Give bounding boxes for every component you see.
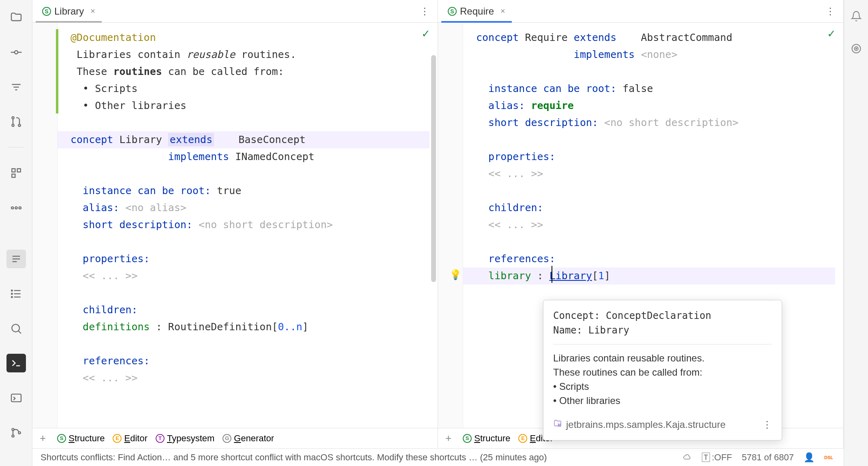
gutter bbox=[32, 23, 58, 428]
commit-icon[interactable] bbox=[6, 43, 26, 62]
editor-pane-left: S Library × ⋮ ✓ @Documentation Libraries… bbox=[32, 0, 438, 448]
popup-footer: M jetbrains.mps.samples.Kaja.structure ⋮ bbox=[553, 417, 772, 432]
add-aspect-button[interactable]: + bbox=[442, 432, 455, 445]
svg-point-23 bbox=[11, 296, 13, 297]
svg-rect-10 bbox=[17, 169, 20, 172]
tab-title: Library bbox=[54, 6, 84, 17]
tab-title: Require bbox=[460, 6, 494, 17]
concept-s-icon: S bbox=[42, 7, 51, 16]
documentation-popup: Concept: ConceptDeclaration Name: Librar… bbox=[543, 300, 782, 440]
library-reference-link[interactable]: Library bbox=[549, 270, 592, 282]
status-toff[interactable]: T:OFF bbox=[699, 451, 735, 464]
popup-body: Libraries contain reusable routines. The… bbox=[553, 351, 772, 408]
svg-text:M: M bbox=[558, 423, 561, 427]
pull-requests-icon[interactable] bbox=[6, 112, 26, 131]
gutter bbox=[438, 23, 463, 428]
aspect-generator[interactable]: GGenerator bbox=[222, 433, 274, 444]
svg-line-25 bbox=[18, 331, 21, 333]
separator bbox=[8, 147, 24, 147]
svg-point-12 bbox=[11, 207, 13, 209]
status-user-icon[interactable]: 👤 bbox=[801, 451, 817, 464]
svg-point-6 bbox=[12, 117, 14, 119]
svg-point-30 bbox=[18, 432, 20, 434]
tab-bar-left: S Library × ⋮ bbox=[32, 0, 438, 23]
search-icon[interactable] bbox=[6, 319, 26, 338]
tab-more-icon[interactable]: ⋮ bbox=[415, 6, 434, 17]
svg-point-13 bbox=[15, 207, 17, 209]
close-icon[interactable]: × bbox=[90, 6, 95, 16]
filter-icon[interactable] bbox=[6, 78, 26, 96]
svg-point-24 bbox=[12, 324, 19, 332]
tab-bar-right: S Require × ⋮ bbox=[438, 0, 843, 23]
svg-rect-27 bbox=[11, 394, 21, 402]
code-area[interactable]: @Documentation Libraries contain reusabl… bbox=[58, 23, 438, 428]
console-icon[interactable] bbox=[6, 389, 26, 407]
svg-rect-11 bbox=[12, 174, 15, 177]
aspect-editor[interactable]: EEditor bbox=[113, 433, 147, 444]
svg-point-0 bbox=[15, 51, 18, 54]
popup-location[interactable]: jetbrains.mps.samples.Kaja.structure bbox=[566, 417, 726, 432]
aspect-typesystem[interactable]: TTypesystem bbox=[156, 433, 214, 444]
svg-point-21 bbox=[11, 290, 13, 291]
status-message[interactable]: Shortcuts conflicts: Find Action… and 5 … bbox=[41, 452, 547, 463]
structure-icon[interactable] bbox=[6, 164, 26, 182]
svg-rect-9 bbox=[12, 169, 15, 172]
aspect-structure[interactable]: SStructure bbox=[57, 433, 105, 444]
git-icon[interactable] bbox=[6, 423, 26, 442]
intention-bulb-icon[interactable]: 💡 bbox=[449, 269, 462, 280]
aspect-structure[interactable]: SStructure bbox=[463, 433, 510, 444]
tab-more-icon[interactable]: ⋮ bbox=[821, 6, 840, 17]
notifications-icon[interactable] bbox=[848, 8, 864, 24]
popup-more-icon[interactable]: ⋮ bbox=[762, 417, 772, 432]
terminal-icon[interactable] bbox=[6, 354, 26, 372]
editor-body-left[interactable]: ✓ @Documentation Libraries contain reusa… bbox=[32, 23, 438, 428]
svg-point-28 bbox=[12, 428, 14, 430]
text-icon[interactable] bbox=[6, 250, 26, 268]
tab-library[interactable]: S Library × bbox=[36, 0, 102, 22]
text-caret bbox=[552, 266, 552, 283]
tab-require[interactable]: S Require × bbox=[441, 0, 512, 22]
right-toolwindow-bar bbox=[844, 0, 868, 466]
status-dsl-icon[interactable]: DSL bbox=[822, 454, 836, 461]
svg-point-33 bbox=[855, 48, 856, 49]
status-cloud-icon[interactable] bbox=[680, 452, 695, 463]
close-icon[interactable]: × bbox=[500, 6, 505, 16]
status-chars[interactable]: 5781 of 6807 bbox=[740, 451, 796, 464]
module-icon: M bbox=[553, 417, 562, 432]
aspect-tabs-left: + SStructure EEditor TTypesystem GGenera… bbox=[32, 428, 438, 448]
svg-point-7 bbox=[12, 124, 14, 126]
list-icon[interactable] bbox=[6, 284, 26, 303]
add-aspect-button[interactable]: + bbox=[36, 432, 49, 445]
concept-s-icon: S bbox=[448, 7, 457, 16]
popup-header: Concept: ConceptDeclaration Name: Librar… bbox=[553, 308, 772, 338]
left-toolwindow-bar bbox=[0, 0, 32, 466]
more-icon[interactable] bbox=[6, 199, 26, 217]
svg-point-8 bbox=[18, 124, 20, 126]
ai-target-icon[interactable] bbox=[848, 41, 864, 57]
svg-point-14 bbox=[19, 207, 21, 209]
svg-point-22 bbox=[11, 293, 13, 294]
project-icon[interactable] bbox=[6, 8, 26, 27]
svg-point-29 bbox=[12, 435, 14, 437]
statusbar: Shortcuts conflicts: Find Action… and 5 … bbox=[32, 448, 844, 466]
